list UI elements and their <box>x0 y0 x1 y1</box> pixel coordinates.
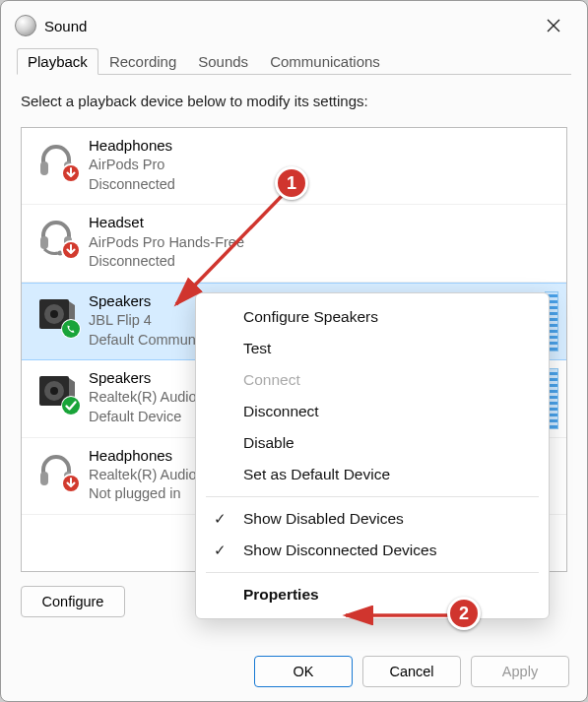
tab-communications[interactable]: Communications <box>259 48 391 75</box>
device-name: Headset <box>89 213 244 232</box>
device-subtitle: Realtek(R) Audio <box>89 388 197 408</box>
dialog-buttons: OK Cancel Apply <box>254 656 569 687</box>
device-icon <box>35 370 77 412</box>
device-icon <box>35 215 77 256</box>
menu-item[interactable]: Show Disconnected Devices <box>196 535 549 566</box>
tab-sounds[interactable]: Sounds <box>187 48 259 75</box>
svg-rect-3 <box>40 236 48 249</box>
device-text: HeadphonesRealtek(R) AudioNot plugged in <box>89 446 197 504</box>
device-icon <box>35 138 77 179</box>
svg-rect-0 <box>40 161 48 175</box>
annotation-badge-2: 2 <box>447 597 481 630</box>
tab-underline <box>17 74 571 75</box>
device-text: HeadsetAirPods Pro Hands-FreeDisconnecte… <box>89 213 244 271</box>
svg-point-9 <box>50 310 58 318</box>
device-status: Default Device <box>89 408 197 427</box>
device-status-overlay-icon <box>61 396 81 415</box>
configure-button[interactable]: Configure <box>21 586 125 617</box>
apply-button[interactable]: Apply <box>471 656 569 687</box>
device-text: HeadphonesAirPods ProDisconnected <box>89 136 175 194</box>
menu-item[interactable]: Test <box>196 333 549 364</box>
device-row[interactable]: HeadsetAirPods Pro Hands-FreeDisconnecte… <box>22 205 566 282</box>
device-status: Disconnected <box>89 252 244 272</box>
tab-strip: Playback Recording Sounds Communications <box>1 48 587 75</box>
sound-dialog: Sound Playback Recording Sounds Communic… <box>0 0 588 702</box>
instruction-text: Select a playback device below to modify… <box>21 93 567 109</box>
device-subtitle: AirPods Pro Hands-Free <box>89 233 244 253</box>
context-menu: Configure SpeakersTestConnectDisconnectD… <box>195 292 550 619</box>
device-status-overlay-icon <box>61 240 81 260</box>
menu-item[interactable]: Configure Speakers <box>196 301 549 333</box>
tab-recording[interactable]: Recording <box>98 48 187 75</box>
device-subtitle: Realtek(R) Audio <box>89 466 197 485</box>
cancel-button[interactable]: Cancel <box>362 656 461 687</box>
menu-separator <box>206 572 539 573</box>
menu-item[interactable]: Disable <box>196 427 549 459</box>
window-title: Sound <box>44 18 87 34</box>
device-status: Disconnected <box>89 175 175 195</box>
menu-item[interactable]: Set as Default Device <box>196 459 549 490</box>
sound-icon <box>15 15 36 36</box>
device-icon <box>35 293 77 335</box>
menu-separator <box>206 496 539 497</box>
annotation-badge-1: 1 <box>275 166 308 200</box>
svg-point-10 <box>62 320 80 338</box>
titlebar: Sound <box>1 1 587 44</box>
device-status: Not plugged in <box>89 484 197 504</box>
ok-button[interactable]: OK <box>254 656 353 687</box>
device-subtitle: AirPods Pro <box>89 156 175 175</box>
menu-item[interactable]: Properties <box>196 579 549 610</box>
device-status-overlay-icon <box>61 163 81 183</box>
menu-item[interactable]: Show Disabled Devices <box>196 503 549 535</box>
device-name: Speakers <box>89 368 197 388</box>
device-text: SpeakersRealtek(R) AudioDefault Device <box>89 368 197 426</box>
svg-rect-15 <box>40 472 48 485</box>
device-status-overlay-icon <box>61 474 81 493</box>
menu-item: Connect <box>196 364 549 396</box>
device-status-overlay-icon <box>61 319 81 339</box>
device-name: Headphones <box>89 446 197 466</box>
svg-point-13 <box>50 387 58 395</box>
device-name: Headphones <box>89 136 175 156</box>
close-button[interactable] <box>530 8 577 43</box>
device-icon <box>35 448 77 489</box>
tab-playback[interactable]: Playback <box>17 48 98 75</box>
menu-item[interactable]: Disconnect <box>196 396 549 427</box>
